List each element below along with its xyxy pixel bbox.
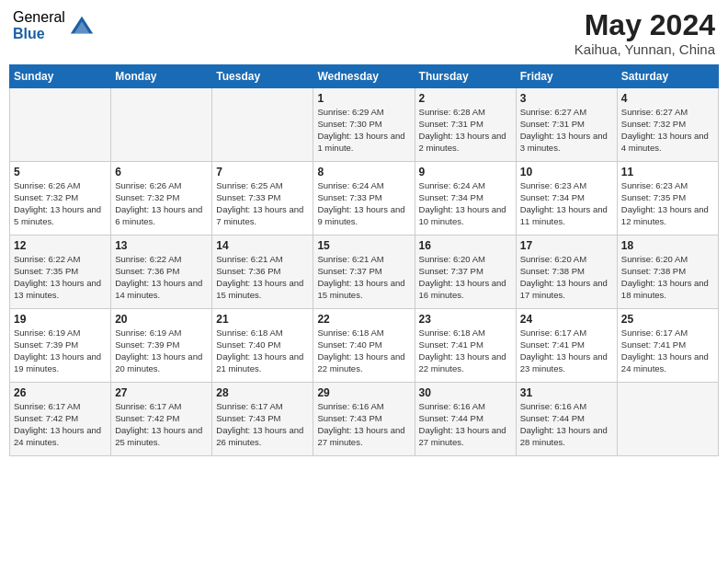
day-cell: 29Sunrise: 6:16 AM Sunset: 7:43 PM Dayli…	[313, 383, 415, 456]
day-info: Sunrise: 6:24 AM Sunset: 7:33 PM Dayligh…	[317, 180, 410, 227]
week-row-5: 26Sunrise: 6:17 AM Sunset: 7:42 PM Dayli…	[10, 383, 719, 456]
day-info: Sunrise: 6:16 AM Sunset: 7:44 PM Dayligh…	[520, 401, 613, 448]
day-number: 24	[520, 313, 613, 326]
day-number: 12	[14, 239, 107, 252]
day-number: 25	[621, 313, 714, 326]
week-row-3: 12Sunrise: 6:22 AM Sunset: 7:35 PM Dayli…	[10, 236, 719, 309]
day-number: 1	[317, 92, 410, 105]
day-info: Sunrise: 6:19 AM Sunset: 7:39 PM Dayligh…	[115, 327, 208, 374]
day-number: 5	[14, 166, 107, 178]
day-info: Sunrise: 6:18 AM Sunset: 7:41 PM Dayligh…	[419, 327, 512, 374]
week-row-4: 19Sunrise: 6:19 AM Sunset: 7:39 PM Dayli…	[10, 309, 719, 383]
day-info: Sunrise: 6:19 AM Sunset: 7:39 PM Dayligh…	[14, 327, 107, 374]
day-cell: 1Sunrise: 6:29 AM Sunset: 7:30 PM Daylig…	[313, 88, 415, 162]
day-cell: 26Sunrise: 6:17 AM Sunset: 7:42 PM Dayli…	[10, 383, 111, 456]
day-cell: 6Sunrise: 6:26 AM Sunset: 7:32 PM Daylig…	[111, 162, 212, 236]
day-cell: 17Sunrise: 6:20 AM Sunset: 7:38 PM Dayli…	[516, 236, 617, 309]
day-info: Sunrise: 6:24 AM Sunset: 7:34 PM Dayligh…	[419, 180, 512, 227]
day-info: Sunrise: 6:21 AM Sunset: 7:36 PM Dayligh…	[216, 254, 309, 301]
day-cell: 31Sunrise: 6:16 AM Sunset: 7:44 PM Dayli…	[516, 383, 617, 456]
day-cell: 24Sunrise: 6:17 AM Sunset: 7:41 PM Dayli…	[516, 309, 617, 383]
week-row-2: 5Sunrise: 6:26 AM Sunset: 7:32 PM Daylig…	[10, 162, 719, 236]
day-cell	[212, 88, 313, 162]
day-number: 17	[520, 239, 613, 252]
day-number: 23	[419, 313, 512, 326]
header-day-sunday: Sunday	[10, 65, 111, 88]
day-number: 21	[216, 313, 309, 326]
month-title: May 2024	[574, 9, 715, 41]
day-cell: 18Sunrise: 6:20 AM Sunset: 7:38 PM Dayli…	[617, 236, 718, 309]
day-cell: 16Sunrise: 6:20 AM Sunset: 7:37 PM Dayli…	[415, 236, 516, 309]
day-info: Sunrise: 6:22 AM Sunset: 7:36 PM Dayligh…	[115, 254, 208, 301]
day-number: 26	[14, 386, 107, 399]
day-info: Sunrise: 6:17 AM Sunset: 7:41 PM Dayligh…	[621, 327, 714, 374]
day-number: 31	[520, 386, 613, 399]
day-cell	[111, 88, 212, 162]
day-info: Sunrise: 6:28 AM Sunset: 7:31 PM Dayligh…	[419, 107, 512, 154]
day-number: 10	[520, 166, 613, 178]
day-info: Sunrise: 6:22 AM Sunset: 7:35 PM Dayligh…	[14, 254, 107, 301]
day-info: Sunrise: 6:26 AM Sunset: 7:32 PM Dayligh…	[14, 180, 107, 227]
calendar-table: SundayMondayTuesdayWednesdayThursdayFrid…	[9, 64, 719, 456]
day-info: Sunrise: 6:20 AM Sunset: 7:38 PM Dayligh…	[520, 254, 613, 301]
day-cell: 3Sunrise: 6:27 AM Sunset: 7:31 PM Daylig…	[516, 88, 617, 162]
day-cell: 12Sunrise: 6:22 AM Sunset: 7:35 PM Dayli…	[10, 236, 111, 309]
day-info: Sunrise: 6:17 AM Sunset: 7:43 PM Dayligh…	[216, 401, 309, 448]
day-number: 3	[520, 92, 613, 105]
day-info: Sunrise: 6:20 AM Sunset: 7:38 PM Dayligh…	[621, 254, 714, 301]
day-info: Sunrise: 6:18 AM Sunset: 7:40 PM Dayligh…	[317, 327, 410, 374]
day-info: Sunrise: 6:17 AM Sunset: 7:42 PM Dayligh…	[14, 401, 107, 448]
day-cell: 21Sunrise: 6:18 AM Sunset: 7:40 PM Dayli…	[212, 309, 313, 383]
day-cell: 30Sunrise: 6:16 AM Sunset: 7:44 PM Dayli…	[415, 383, 516, 456]
day-cell: 28Sunrise: 6:17 AM Sunset: 7:43 PM Dayli…	[212, 383, 313, 456]
day-info: Sunrise: 6:18 AM Sunset: 7:40 PM Dayligh…	[216, 327, 309, 374]
header-day-monday: Monday	[111, 65, 212, 88]
day-info: Sunrise: 6:17 AM Sunset: 7:41 PM Dayligh…	[520, 327, 613, 374]
day-info: Sunrise: 6:29 AM Sunset: 7:30 PM Dayligh…	[317, 107, 410, 154]
day-info: Sunrise: 6:21 AM Sunset: 7:37 PM Dayligh…	[317, 254, 410, 301]
day-number: 18	[621, 239, 714, 252]
week-row-1: 1Sunrise: 6:29 AM Sunset: 7:30 PM Daylig…	[10, 88, 719, 162]
day-number: 8	[317, 166, 410, 178]
day-cell: 25Sunrise: 6:17 AM Sunset: 7:41 PM Dayli…	[617, 309, 718, 383]
day-cell: 4Sunrise: 6:27 AM Sunset: 7:32 PM Daylig…	[617, 88, 718, 162]
day-cell: 11Sunrise: 6:23 AM Sunset: 7:35 PM Dayli…	[617, 162, 718, 236]
title-section: May 2024 Kaihua, Yunnan, China	[574, 9, 715, 57]
day-cell: 15Sunrise: 6:21 AM Sunset: 7:37 PM Dayli…	[313, 236, 415, 309]
day-cell: 9Sunrise: 6:24 AM Sunset: 7:34 PM Daylig…	[415, 162, 516, 236]
day-cell: 27Sunrise: 6:17 AM Sunset: 7:42 PM Dayli…	[111, 383, 212, 456]
header-day-thursday: Thursday	[415, 65, 516, 88]
day-cell	[10, 88, 111, 162]
day-cell: 10Sunrise: 6:23 AM Sunset: 7:34 PM Dayli…	[516, 162, 617, 236]
logo-icon	[69, 13, 95, 39]
day-info: Sunrise: 6:23 AM Sunset: 7:34 PM Dayligh…	[520, 180, 613, 227]
header-day-friday: Friday	[516, 65, 617, 88]
header-day-tuesday: Tuesday	[212, 65, 313, 88]
day-cell	[617, 383, 718, 456]
day-cell: 2Sunrise: 6:28 AM Sunset: 7:31 PM Daylig…	[415, 88, 516, 162]
location: Kaihua, Yunnan, China	[574, 41, 715, 57]
header-row: SundayMondayTuesdayWednesdayThursdayFrid…	[10, 65, 719, 88]
day-cell: 5Sunrise: 6:26 AM Sunset: 7:32 PM Daylig…	[10, 162, 111, 236]
day-number: 14	[216, 239, 309, 252]
day-cell: 13Sunrise: 6:22 AM Sunset: 7:36 PM Dayli…	[111, 236, 212, 309]
day-cell: 23Sunrise: 6:18 AM Sunset: 7:41 PM Dayli…	[415, 309, 516, 383]
day-cell: 19Sunrise: 6:19 AM Sunset: 7:39 PM Dayli…	[10, 309, 111, 383]
day-info: Sunrise: 6:17 AM Sunset: 7:42 PM Dayligh…	[115, 401, 208, 448]
day-number: 2	[419, 92, 512, 105]
page-header: General Blue May 2024 Kaihua, Yunnan, Ch…	[9, 9, 719, 57]
header-day-saturday: Saturday	[617, 65, 718, 88]
day-number: 19	[14, 313, 107, 326]
day-number: 16	[419, 239, 512, 252]
day-number: 15	[317, 239, 410, 252]
day-info: Sunrise: 6:27 AM Sunset: 7:31 PM Dayligh…	[520, 107, 613, 154]
day-number: 22	[317, 313, 410, 326]
day-cell: 14Sunrise: 6:21 AM Sunset: 7:36 PM Dayli…	[212, 236, 313, 309]
header-day-wednesday: Wednesday	[313, 65, 415, 88]
day-number: 7	[216, 166, 309, 178]
day-number: 27	[115, 386, 208, 399]
day-info: Sunrise: 6:25 AM Sunset: 7:33 PM Dayligh…	[216, 180, 309, 227]
day-number: 30	[419, 386, 512, 399]
day-number: 4	[621, 92, 714, 105]
day-number: 20	[115, 313, 208, 326]
